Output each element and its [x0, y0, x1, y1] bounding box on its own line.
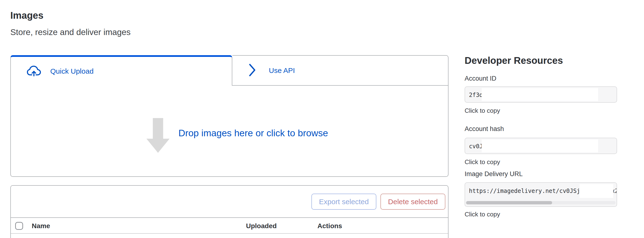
redaction-overlay [482, 88, 598, 101]
column-header-name: Name [32, 222, 50, 230]
chevron-right-icon [249, 64, 256, 78]
page-subtitle: Store, resize and deliver images [10, 27, 130, 37]
account-id-copy-hint: Click to copy [464, 107, 500, 115]
upload-tabs: Quick Upload Use API [10, 55, 448, 86]
tab-use-api-label: Use API [269, 66, 295, 75]
image-drop-zone[interactable]: Drop images here or click to browse [10, 86, 448, 177]
column-header-actions: Actions [318, 222, 342, 230]
image-delivery-url-copy-hint: Click to copy [464, 211, 500, 218]
drop-zone-text: Drop images here or click to browse [178, 128, 328, 138]
tab-use-api[interactable]: Use API [232, 55, 448, 86]
sidebar-title: Developer Resources [464, 55, 563, 66]
image-delivery-url-field[interactable]: https://imagedelivery.net/cv0JSjxxxxxxxx… [464, 182, 617, 207]
account-id-value: 2f3d [469, 92, 483, 98]
account-hash-value: cv0J [469, 143, 483, 150]
images-list-panel: Export selected Delete selected Name Upl… [10, 185, 448, 238]
table-header-row: Name Uploaded Actions [11, 217, 448, 234]
horizontal-scrollbar [466, 201, 616, 204]
account-id-label: Account ID [464, 75, 496, 82]
account-hash-field[interactable]: cv0J [464, 138, 617, 154]
arrow-down-icon [146, 118, 170, 153]
image-delivery-url-label: Image Delivery URL [464, 170, 523, 178]
redaction-overlay [482, 139, 598, 152]
horizontal-scrollbar-thumb[interactable] [466, 201, 552, 204]
tab-quick-upload-label: Quick Upload [50, 67, 94, 75]
delete-selected-button[interactable]: Delete selected [380, 194, 445, 210]
redaction-overlay [580, 184, 613, 198]
tab-quick-upload[interactable]: Quick Upload [10, 55, 232, 86]
cloud-upload-icon [27, 65, 41, 77]
select-all-checkbox[interactable] [15, 222, 23, 230]
page-title: Images [10, 10, 44, 21]
export-selected-button[interactable]: Export selected [312, 194, 376, 210]
account-hash-label: Account hash [464, 125, 504, 133]
account-id-field[interactable]: 2f3d [464, 86, 617, 103]
account-hash-copy-hint: Click to copy [464, 158, 500, 166]
column-header-uploaded: Uploaded [246, 222, 277, 230]
